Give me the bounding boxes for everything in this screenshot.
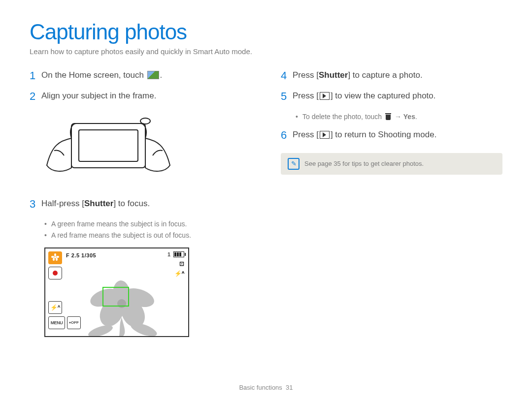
bullet-item: A green frame means the subject is in fo… <box>44 218 251 229</box>
step-2: 2 Align your subject in the frame. <box>30 90 251 103</box>
svg-point-11 <box>54 256 56 258</box>
step-3-bullets: A green frame means the subject is in fo… <box>44 218 251 241</box>
macro-icon <box>48 251 62 264</box>
flash-auto-icon: ⚡ᴬ <box>48 301 62 314</box>
step-text-b: ] to focus. <box>113 199 150 208</box>
step-text-b: . <box>160 70 163 80</box>
shutter-label: Shutter <box>319 70 348 80</box>
tip-text: See page 35 for tips to get clearer phot… <box>304 160 424 167</box>
off-icon: ⌖OFF <box>67 316 81 329</box>
smart-auto-icon <box>147 71 159 79</box>
hands-holding-camera-illustration <box>44 111 251 187</box>
step-3: 3 Half-press [Shutter] to focus. <box>30 198 251 211</box>
step-text-a: On the Home screen, touch <box>41 70 146 80</box>
svg-point-13 <box>51 256 54 258</box>
svg-point-15 <box>53 258 55 261</box>
svg-point-12 <box>54 253 56 256</box>
step-text: Press [Shutter] to capture a photo. <box>293 69 502 81</box>
bullet-item: A red frame means the subject is out of … <box>44 230 251 241</box>
exposure-readout: F 2.5 1/305 <box>66 252 96 258</box>
step-text-a: Half-press [ <box>41 199 84 208</box>
tip-callout: ✎ See page 35 for tips to get clearer ph… <box>281 153 502 175</box>
bullet-item: To delete the photo, touch → Yes. <box>296 111 502 122</box>
step-4: 4 Press [Shutter] to capture a photo. <box>281 69 502 82</box>
left-column: 1 On the Home screen, touch . 2 Align yo… <box>30 69 251 337</box>
bullet-text-a: To delete the photo, touch <box>302 113 384 121</box>
step-6: 6 Press [] to return to Shooting mode. <box>281 129 502 142</box>
step-text: On the Home screen, touch . <box>41 69 251 81</box>
lcd-left-icons: ⚡ᴬ MENU ⌖OFF <box>48 251 81 329</box>
lcd-right-icons: 1 ⊡ ⚡ᴬ <box>167 251 184 277</box>
battery-icon <box>173 251 184 257</box>
bullet-text-c: . <box>415 113 417 121</box>
step-text-b: ] to capture a photo. <box>348 70 422 80</box>
note-icon: ✎ <box>288 158 299 170</box>
content-columns: 1 On the Home screen, touch . 2 Align yo… <box>30 69 502 337</box>
flash-auto-icon: ⚡ᴬ <box>174 270 184 277</box>
page-subtitle: Learn how to capture photos easily and q… <box>30 47 502 56</box>
focus-rectangle <box>102 287 129 307</box>
step-1: 1 On the Home screen, touch . <box>30 69 251 82</box>
step-text: Half-press [Shutter] to focus. <box>41 198 251 210</box>
svg-point-14 <box>56 256 59 258</box>
step-text-a: Press [ <box>293 70 319 80</box>
camera-lcd-preview: ⚡ᴬ MENU ⌖OFF F 2.5 1/305 1 ⊡ ⚡ᴬ <box>44 247 189 337</box>
page-title: Capturing photos <box>30 20 502 44</box>
footer-section: Basic functions <box>239 384 282 391</box>
svg-rect-1 <box>79 130 138 161</box>
step-5: 5 Press [] to view the captured photo. <box>281 90 502 103</box>
step-number: 1 <box>30 69 41 82</box>
step-number: 5 <box>281 90 293 103</box>
playback-icon <box>320 131 330 139</box>
step-number: 6 <box>281 129 293 142</box>
stabilizer-icon: ⊡ <box>179 260 184 267</box>
right-column: 4 Press [Shutter] to capture a photo. 5 … <box>281 69 502 337</box>
yes-label: Yes <box>403 113 415 121</box>
step-number: 2 <box>30 90 41 103</box>
playback-icon <box>320 92 330 100</box>
off-label: OFF <box>71 320 79 325</box>
svg-point-2 <box>140 118 150 124</box>
record-icon <box>48 267 62 279</box>
step-text-b: ] to view the captured photo. <box>331 91 436 100</box>
manual-page: Capturing photos Learn how to capture ph… <box>0 0 532 337</box>
step-text-b: ] to return to Shooting mode. <box>331 130 436 139</box>
shot-count-battery: 1 <box>167 251 184 257</box>
svg-point-16 <box>56 258 58 261</box>
step-text: Press [] to return to Shooting mode. <box>293 129 502 141</box>
step-text: Align your subject in the frame. <box>41 90 251 102</box>
arrow-text: → <box>393 113 403 121</box>
shutter-label: Shutter <box>84 199 114 208</box>
page-footer: Basic functions 31 <box>0 384 532 391</box>
menu-icon: MENU <box>48 316 65 329</box>
step-text: Press [] to view the captured photo. <box>293 90 502 102</box>
footer-page-number: 31 <box>286 384 293 391</box>
step-text-a: Press [ <box>293 130 319 139</box>
step-5-bullets: To delete the photo, touch → Yes. <box>296 111 502 122</box>
trash-icon <box>385 113 391 120</box>
step-number: 4 <box>281 69 293 82</box>
step-text-a: Press [ <box>293 91 319 100</box>
shot-count: 1 <box>167 251 170 257</box>
step-number: 3 <box>30 198 41 211</box>
